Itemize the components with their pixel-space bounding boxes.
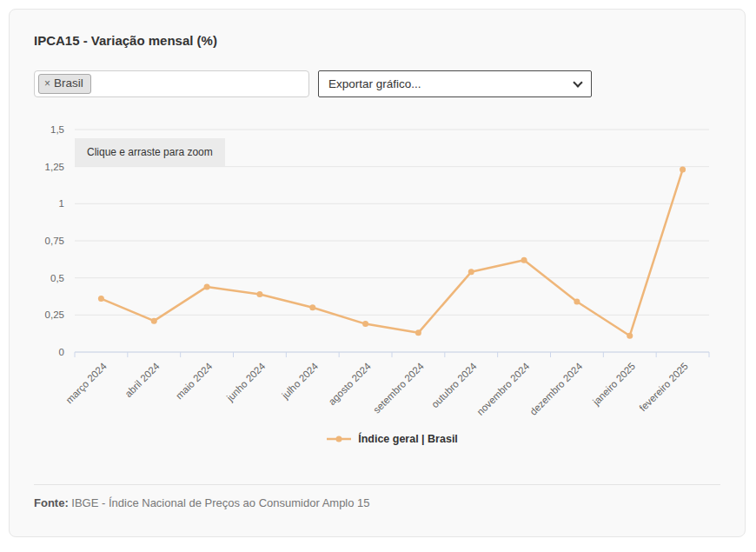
y-axis-label: 1,5 (50, 124, 64, 135)
series-point (468, 269, 474, 275)
series-filter-input[interactable]: × Brasil (34, 70, 309, 97)
source-text: IBGE - Índice Nacional de Preços ao Cons… (69, 496, 370, 509)
export-select-value: Exportar gráfico... (328, 77, 421, 90)
footer-divider (34, 484, 720, 485)
selected-tag[interactable]: × Brasil (38, 74, 91, 94)
x-axis-label: outubro 2024 (429, 361, 479, 410)
x-axis-label: março 2024 (63, 361, 109, 406)
y-axis-label: 0,75 (45, 236, 64, 246)
series-point (204, 283, 210, 289)
series-point (627, 333, 633, 339)
legend-label: Índice geral | Brasil (358, 433, 458, 445)
y-axis-label: 1,25 (45, 162, 64, 172)
x-axis-label: fevereiro 2025 (638, 361, 690, 413)
legend-item[interactable]: Índice geral | Brasil (75, 433, 709, 445)
x-axis-label: julho 2024 (279, 361, 320, 402)
series-point (521, 257, 527, 263)
chart-card: IPCA15 - Variação mensal (%) × Brasil Ex… (9, 9, 746, 537)
y-axis-label: 0,5 (50, 273, 64, 283)
x-axis-label: janeiro 2025 (590, 361, 637, 408)
page-title: IPCA15 - Variação mensal (%) (34, 33, 217, 48)
series-point (415, 329, 421, 336)
series-point (256, 291, 262, 297)
series-point (309, 304, 315, 310)
x-axis-label: novembro 2024 (474, 361, 531, 417)
x-axis-label: abril 2024 (123, 361, 162, 400)
x-axis-label: setembro 2024 (371, 361, 426, 416)
source-label: Fonte: (34, 496, 69, 509)
y-axis-label: 1 (59, 198, 64, 209)
x-axis-label: agosto 2024 (327, 361, 374, 408)
zoom-hint: Clique e arraste para zoom (75, 138, 225, 166)
series-point (574, 298, 580, 304)
chevron-down-icon (573, 77, 582, 87)
x-axis-label: maio 2024 (174, 361, 215, 402)
series-point (151, 318, 157, 324)
y-axis-label: 0 (59, 347, 64, 357)
selected-tag-label: Brasil (54, 76, 83, 90)
series-point (98, 296, 104, 302)
x-axis-label: junho 2024 (224, 361, 268, 404)
source-note: Fonte: IBGE - Índice Nacional de Preços … (34, 496, 370, 509)
series-point (680, 167, 686, 173)
remove-tag-icon[interactable]: × (44, 77, 50, 90)
x-axis-label: dezembro 2024 (527, 361, 584, 417)
series-point (362, 321, 368, 327)
legend-marker-icon (326, 434, 352, 444)
y-axis-label: 0,25 (45, 309, 64, 320)
export-chart-select[interactable]: Exportar gráfico... (318, 70, 592, 97)
chart-area: 00,250,50,7511,251,5março 2024abril 2024… (10, 114, 748, 427)
series-line (101, 170, 682, 336)
